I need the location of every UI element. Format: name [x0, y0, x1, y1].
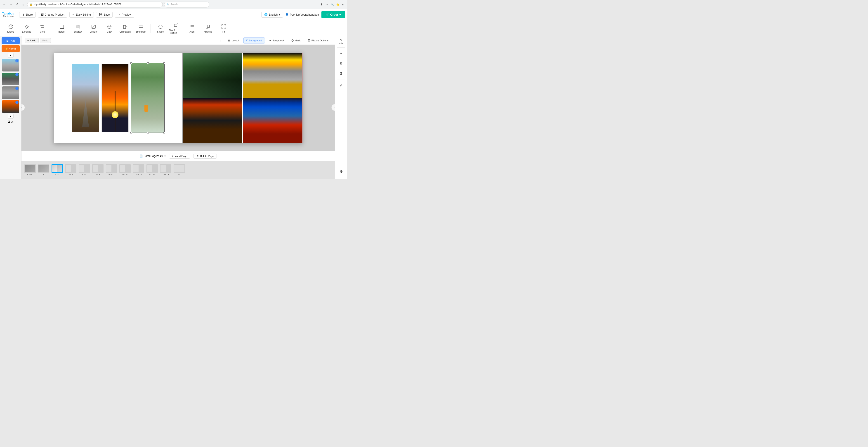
- browser-home[interactable]: ⌂: [21, 2, 26, 7]
- redo-button[interactable]: Redo: [40, 38, 51, 43]
- border-tool[interactable]: Border: [55, 22, 69, 35]
- tab-background[interactable]: # Background: [243, 37, 265, 43]
- insert-page-button[interactable]: + Insert Page: [169, 154, 190, 158]
- change-product-button[interactable]: 🖼 Change Product: [38, 12, 67, 18]
- photo-temple-1[interactable]: [72, 64, 99, 132]
- sidebar-thumbnail-3[interactable]: 1: [2, 86, 19, 99]
- thumb-page-4-5-img[interactable]: [65, 164, 76, 173]
- browser-back[interactable]: ←: [2, 2, 7, 7]
- selection-handle-tr[interactable]: [163, 62, 165, 64]
- edit-panel-button[interactable]: ✎ Edit: [337, 37, 346, 46]
- copy-panel-button[interactable]: ⧉: [337, 59, 346, 67]
- photo-tuktuks[interactable]: [243, 98, 302, 143]
- thumb-page-1[interactable]: 1: [37, 164, 50, 176]
- align-tool[interactable]: Align: [185, 22, 199, 35]
- photo-street-night[interactable]: [183, 98, 242, 143]
- selection-handle-tl[interactable]: [130, 62, 132, 64]
- tab-home[interactable]: ⌂: [217, 38, 224, 43]
- photo-guardian[interactable]: [183, 53, 242, 98]
- sidebar-thumbnail-4[interactable]: 1: [2, 100, 19, 113]
- zoom-button[interactable]: ⊕: [337, 167, 346, 175]
- thumb-cover[interactable]: Cover: [24, 164, 36, 176]
- thumb-page-6-7[interactable]: 6 - 7: [78, 164, 90, 176]
- straighten-tool[interactable]: Straighten: [133, 22, 148, 35]
- sidebar-thumbnail-1[interactable]: 1: [2, 59, 19, 71]
- user-menu[interactable]: 👤 Poonlap Veerathanabutr: [285, 13, 319, 16]
- browser-extensions-icon[interactable]: ⚙: [341, 2, 345, 7]
- browser-forward[interactable]: →: [8, 2, 13, 7]
- thumb-page-14-15-img[interactable]: [133, 164, 144, 173]
- thumb-page-10-11[interactable]: 10 - 11: [105, 164, 118, 176]
- thumb-page-1-img[interactable]: [38, 164, 49, 173]
- selection-handle-br[interactable]: [163, 132, 165, 133]
- thumb-page-14-15[interactable]: 14 - 15: [132, 164, 145, 176]
- tab-layout[interactable]: ⊞ Layout: [225, 37, 242, 43]
- thumb-page-8-9-img[interactable]: [92, 164, 103, 173]
- browser-tools-icon[interactable]: ∞: [324, 2, 329, 7]
- thumb-page-2-3-img[interactable]: [52, 164, 63, 173]
- sidebar-thumbnail-2[interactable]: 1: [2, 72, 19, 85]
- orientation-tool[interactable]: Orientation: [118, 22, 132, 35]
- photo-street-selected[interactable]: [131, 63, 165, 133]
- thumb-page-8-9[interactable]: 8 - 9: [92, 164, 104, 176]
- save-button[interactable]: 💾 Save: [96, 12, 113, 18]
- selection-handle-bc[interactable]: [147, 132, 149, 133]
- opacity-tool[interactable]: Opacity: [86, 22, 101, 35]
- language-button[interactable]: 🌐 English ▾: [261, 12, 283, 18]
- crop-tool[interactable]: Crop: [35, 22, 50, 35]
- browser-downloads-icon[interactable]: ⬇: [319, 2, 324, 7]
- delete-page-button[interactable]: 🗑 Delete Page: [193, 154, 217, 158]
- browser-address-bar[interactable]: 🔒 https://design.tanabutr.co.th/?action=…: [27, 2, 163, 7]
- scroll-down-button[interactable]: ▼: [8, 114, 13, 119]
- thumb-page-2-3[interactable]: 2 - 3: [51, 164, 63, 176]
- thumb-page-12-13-img[interactable]: [119, 164, 131, 173]
- thumb-cover-img[interactable]: [24, 164, 36, 173]
- shape-tool[interactable]: Shape: [153, 22, 168, 35]
- browser-bookmark-icon[interactable]: ⭐: [336, 2, 340, 7]
- effects-tool[interactable]: Effects: [3, 22, 18, 35]
- scroll-up-button[interactable]: ▲: [8, 53, 13, 58]
- thumb-page-6-7-img[interactable]: [79, 164, 90, 173]
- total-pages-value: 20: [160, 154, 163, 158]
- selection-handle-tc[interactable]: [147, 62, 149, 64]
- chevron-down-icon: ▾: [279, 13, 280, 16]
- tab-mask[interactable]: ⬡ Mask: [288, 37, 304, 43]
- photo-temple-panorama[interactable]: [243, 53, 302, 98]
- shuffle-panel-button[interactable]: ⇄: [337, 81, 346, 89]
- thumb-page-18-19[interactable]: 18 - 19: [159, 164, 172, 176]
- thumb-page-20-img[interactable]: [174, 164, 185, 173]
- total-pages-control[interactable]: 📄 Total Pages: 20 ▾: [140, 154, 165, 158]
- thumb-page-12-13[interactable]: 12 - 13: [119, 164, 131, 176]
- order-button[interactable]: 🛒 Order ▾: [321, 11, 345, 18]
- tab-scrapbook[interactable]: ✦ Scrapbook: [266, 37, 287, 43]
- easy-editing-button[interactable]: ✎ Easy Editing: [69, 12, 94, 18]
- photo-sunset[interactable]: [101, 64, 129, 132]
- thumb-page-18-19-img[interactable]: [160, 164, 171, 173]
- arrange-tool[interactable]: Arrange: [200, 22, 215, 35]
- size-position-tool[interactable]: Size & Position: [169, 22, 184, 35]
- thumb-page-10-11-img[interactable]: [106, 164, 117, 173]
- selection-handle-bl[interactable]: [130, 132, 132, 133]
- enhance-tool[interactable]: Enhance: [19, 22, 34, 35]
- browser-refresh[interactable]: ↺: [14, 2, 20, 7]
- canvas-nav-right[interactable]: ›: [331, 104, 335, 111]
- fit-tool[interactable]: Fit: [216, 22, 231, 35]
- tab-picture-options[interactable]: 🖼 Picture Options: [305, 37, 331, 43]
- page-canvas: ‹: [52, 45, 305, 151]
- browser-wrench-icon[interactable]: 🔧: [330, 2, 335, 7]
- undo-button[interactable]: ↩ Undo: [25, 38, 39, 43]
- thumb-page-20[interactable]: 20: [173, 164, 185, 176]
- preview-button[interactable]: 👁 Preview: [115, 12, 134, 18]
- shadow-tool[interactable]: Shadow: [70, 22, 85, 35]
- cut-panel-button[interactable]: ✂: [337, 49, 346, 57]
- delete-panel-button[interactable]: 🗑: [337, 69, 346, 78]
- share-button[interactable]: ⬆ Share: [19, 12, 36, 18]
- browser-search-bar[interactable]: 🔍 Search: [164, 2, 209, 7]
- thumb-page-16-17-img[interactable]: [147, 164, 158, 173]
- thumb-page-16-17[interactable]: 16 - 17: [146, 164, 158, 176]
- add-photo-button[interactable]: 🖼 + Add: [2, 37, 20, 44]
- canvas-nav-left[interactable]: ‹: [22, 104, 25, 111]
- mask-tool[interactable]: Mask: [102, 22, 117, 35]
- thumb-page-4-5[interactable]: 4 - 5: [64, 164, 77, 176]
- autofill-button[interactable]: ⚡ Autofill: [2, 45, 20, 52]
